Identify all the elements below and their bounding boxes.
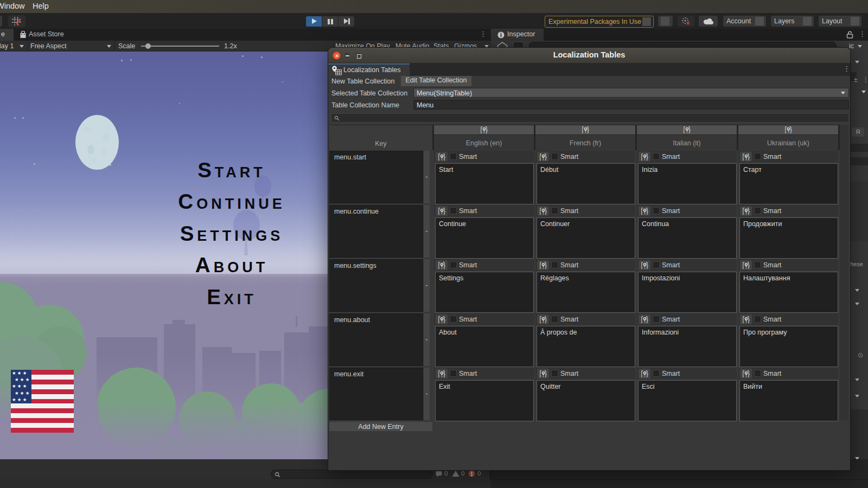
svg-text:{: { (540, 153, 542, 160)
svg-text:{: { (743, 316, 745, 323)
svg-text:{: { (540, 316, 542, 323)
svg-text:{: { (641, 261, 643, 269)
svg-text:}: } (747, 370, 750, 377)
svg-text:{: { (641, 370, 643, 377)
svg-text:}: } (747, 153, 750, 160)
svg-text:}: } (486, 126, 488, 133)
svg-text:{: { (438, 153, 441, 160)
svg-text:}: } (443, 261, 445, 269)
svg-text:{: { (438, 207, 441, 215)
svg-text:}: } (790, 126, 793, 133)
svg-text:{: { (743, 207, 745, 215)
svg-text:{: { (438, 316, 441, 323)
svg-text:{: { (481, 126, 483, 133)
svg-text:}: } (544, 316, 547, 323)
svg-text:{: { (785, 126, 787, 133)
svg-text:}: } (587, 126, 590, 133)
svg-text:{: { (438, 261, 441, 269)
svg-text:{: { (743, 153, 745, 160)
svg-text:{: { (743, 261, 745, 269)
svg-text:}: } (688, 126, 691, 133)
svg-text:{: { (641, 153, 643, 160)
svg-text:}: } (443, 207, 445, 215)
svg-text:}: } (646, 153, 648, 160)
svg-text:}: } (646, 370, 648, 377)
svg-text:{: { (540, 370, 542, 377)
svg-text:}: } (443, 316, 445, 323)
svg-text:{: { (582, 126, 584, 133)
svg-text:}: } (443, 370, 445, 377)
svg-text:{: { (540, 261, 542, 269)
svg-text:}: } (646, 207, 648, 215)
svg-text:}: } (747, 207, 750, 215)
svg-text:{: { (684, 126, 686, 133)
svg-text:}: } (544, 261, 547, 269)
svg-text:}: } (646, 261, 648, 269)
svg-text:{: { (641, 316, 643, 323)
svg-text:}: } (646, 316, 648, 323)
svg-text:}: } (443, 153, 445, 160)
svg-text:}: } (544, 207, 547, 215)
svg-text:{: { (438, 370, 441, 377)
svg-text:{: { (743, 370, 745, 377)
svg-text:{: { (540, 207, 542, 215)
svg-text:{: { (641, 207, 643, 215)
svg-text:}: } (544, 370, 547, 377)
svg-text:}: } (544, 153, 547, 160)
svg-text:}: } (747, 316, 750, 323)
svg-text:}: } (747, 261, 750, 269)
